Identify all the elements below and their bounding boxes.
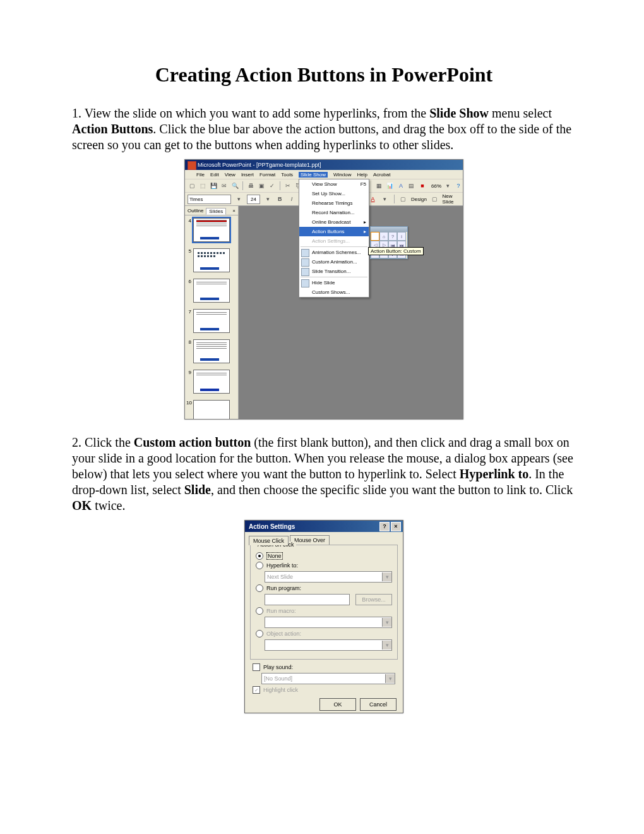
slide-panel: Outline Slides × 4 5 6 [185, 206, 239, 420]
close-icon[interactable]: × [391, 522, 401, 531]
bold-icon[interactable]: B [276, 195, 284, 203]
grid-icon[interactable]: ▤ [407, 181, 416, 190]
mi-record[interactable]: Record Narration... [299, 208, 369, 217]
cut-icon[interactable]: ✂ [283, 181, 292, 190]
new-icon[interactable]: ▢ [188, 181, 196, 190]
label-object: Object action: [266, 631, 301, 637]
ab-info[interactable]: i [397, 232, 406, 241]
dropdown-icon[interactable]: ▾ [443, 181, 452, 190]
mi-actionbuttons[interactable]: Action Buttons▸ [299, 227, 369, 236]
mi-animschemes[interactable]: Animation Schemes... [299, 248, 369, 257]
macro-select: ▾ [265, 617, 392, 628]
slideshow-dropdown: View ShowF5 Set Up Show... Rehearse Timi… [299, 179, 369, 298]
menu-help[interactable]: Help [357, 172, 367, 178]
p2-bold-hyperlink: Hyperlink to [460, 467, 528, 481]
menu-window[interactable]: Window [333, 172, 351, 178]
palette-dragbar[interactable] [371, 227, 407, 232]
label-macro: Run macro: [266, 608, 296, 614]
object-select: ▾ [265, 639, 392, 651]
tables-icon[interactable]: ▦ [375, 181, 384, 190]
cancel-button[interactable]: Cancel [360, 698, 397, 711]
color-icon[interactable]: ■ [418, 181, 427, 190]
ab-custom[interactable] [371, 232, 379, 241]
ab-home[interactable]: ⌂ [379, 232, 388, 241]
preview-icon[interactable]: ▣ [257, 181, 266, 190]
search-icon[interactable]: 🔍 [230, 181, 239, 190]
help-icon[interactable]: ? [454, 181, 463, 190]
dropdown-icon[interactable]: ▾ [235, 195, 243, 203]
spell-icon[interactable]: ✓ [268, 181, 277, 190]
newslide-label[interactable]: New Slide [443, 193, 463, 205]
mail-icon[interactable]: ✉ [220, 181, 229, 190]
p2-text: 2. Click the [72, 435, 134, 449]
mi-customshows[interactable]: Custom Shows... [299, 287, 369, 297]
checkbox-playsound[interactable] [253, 663, 260, 671]
ok-button[interactable]: OK [319, 698, 356, 711]
print-icon[interactable]: 🖶 [246, 181, 255, 190]
open-icon[interactable]: ⬚ [198, 181, 207, 190]
radio-runprogram[interactable] [256, 584, 263, 592]
mi-hideslide[interactable]: Hide Slide [299, 278, 369, 287]
runprogram-input[interactable] [265, 594, 350, 605]
ab-help[interactable]: ? [388, 232, 397, 241]
screenshot-action-settings: Action Settings ? × Mouse Click Mouse Ov… [244, 520, 403, 713]
newslide-icon[interactable]: ▢ [431, 195, 439, 203]
thumb-num: 7 [186, 309, 191, 333]
radio-none[interactable] [256, 552, 263, 560]
thumbnail[interactable]: 9 [186, 370, 237, 394]
p2-text5: twice. [92, 499, 125, 512]
close-icon[interactable]: × [232, 208, 236, 214]
font-select[interactable]: Times [188, 195, 231, 204]
thumbnail[interactable]: 6 [186, 279, 237, 303]
fontsize-select[interactable]: 24 [247, 195, 261, 204]
thumbnail[interactable]: 8 [186, 339, 237, 363]
zoom-value[interactable]: 66% [431, 183, 441, 189]
menu-tools[interactable]: Tools [281, 172, 293, 178]
mi-setupshow[interactable]: Set Up Show... [299, 189, 369, 198]
radio-hyperlink[interactable] [256, 562, 263, 569]
help-icon[interactable]: ? [379, 522, 390, 531]
mi-rehearse[interactable]: Rehearse Timings [299, 198, 369, 208]
checkbox-highlight [253, 686, 260, 694]
menu-acrobat[interactable]: Acrobat [373, 172, 391, 178]
page-title: Creating Action Buttons in PowerPoint [72, 63, 576, 87]
thumbnail[interactable]: 7 [186, 309, 237, 333]
browse-button[interactable]: Browse... [355, 594, 392, 605]
thumb-num: 5 [186, 248, 191, 272]
menu-insert[interactable]: Insert [241, 172, 254, 178]
tab-mouseclick[interactable]: Mouse Click [249, 536, 289, 545]
menu-view[interactable]: View [225, 172, 236, 178]
menu-edit[interactable]: Edit [210, 172, 219, 178]
thumbnail[interactable]: 10 [186, 400, 237, 420]
thumbnail[interactable]: 4 [186, 218, 237, 242]
fontcolor-icon[interactable]: A [369, 195, 377, 203]
menu-file[interactable]: File [196, 172, 205, 178]
separator [242, 181, 243, 190]
window-titlebar: Microsoft PowerPoint - [PPTgame-template… [185, 160, 463, 170]
design-label[interactable]: Design [411, 196, 427, 202]
mi-viewshow[interactable]: View ShowF5 [299, 179, 369, 189]
save-icon[interactable]: 💾 [209, 181, 218, 190]
design-icon[interactable]: ▢ [399, 195, 407, 203]
mi-customanim[interactable]: Custom Animation... [299, 257, 369, 267]
dropdown-icon[interactable]: ▾ [381, 195, 389, 203]
p2-text4: , and then choose the specific slide you… [211, 483, 573, 497]
mi-transition[interactable]: Slide Transition... [299, 267, 369, 276]
dropdown-icon[interactable]: ▾ [382, 572, 391, 581]
menu-format[interactable]: Format [259, 172, 275, 178]
dropdown-icon: ▾ [382, 618, 391, 627]
hyperlink-select[interactable]: Next Slide▾ [265, 571, 392, 583]
paragraph-2: 2. Click the Custom action button (the f… [72, 435, 576, 514]
chart-icon[interactable]: 📊 [386, 181, 395, 190]
mi-broadcast[interactable]: Online Broadcast▸ [299, 217, 369, 227]
wordart-icon[interactable]: A [397, 181, 405, 190]
italic-icon[interactable]: I [288, 195, 296, 203]
dropdown-icon[interactable]: ▾ [264, 195, 272, 203]
menu-slideshow[interactable]: Slide Show [299, 172, 328, 178]
tab-outline[interactable]: Outline [185, 208, 206, 214]
label-runprogram: Run program: [266, 585, 301, 591]
separator [301, 246, 367, 247]
thumbnail[interactable]: 5 [186, 248, 237, 272]
label-highlight: Highlight click [263, 687, 298, 693]
tab-slides[interactable]: Slides [206, 208, 226, 215]
